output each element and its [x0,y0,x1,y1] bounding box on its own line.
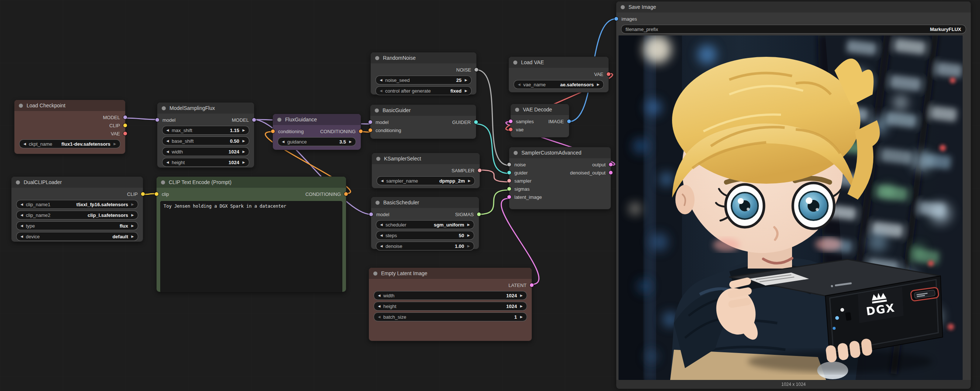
widget-noise-seed[interactable]: ◀ noise_seed 25 ▶ [375,76,471,84]
increment-arrow-icon[interactable]: ▶ [596,81,601,89]
node-header[interactable]: ModelSamplingFlux [157,103,254,114]
decrement-arrow-icon[interactable]: ◀ [22,140,27,148]
collapse-dot-icon[interactable] [513,60,517,65]
decrement-arrow-icon[interactable]: ◀ [379,231,384,239]
output-slot-model[interactable] [252,118,256,122]
decrement-arrow-icon[interactable]: ◀ [19,200,24,208]
decrement-arrow-icon[interactable]: ◀ [379,87,383,95]
widget-max-shift[interactable]: ◀ max_shift 1.15 ▶ [162,126,249,135]
increment-arrow-icon[interactable]: ▶ [112,140,118,148]
prompt-textarea[interactable]: Toy Jensen holding a DGX Spark in a data… [160,201,342,293]
increment-arrow-icon[interactable]: ▶ [241,147,246,156]
decrement-arrow-icon[interactable]: ◀ [379,242,384,250]
node-header[interactable]: Load VAE [509,57,609,68]
input-slot-samples[interactable] [509,120,512,123]
increment-arrow-icon[interactable]: ▶ [519,313,524,321]
increment-arrow-icon[interactable]: ▶ [241,137,246,145]
node-header[interactable]: SamplerCustomAdvanced [509,147,611,158]
input-slot-images[interactable] [614,17,618,21]
decrement-arrow-icon[interactable]: ◀ [165,126,170,134]
output-slot-conditioning[interactable] [344,192,348,196]
output-slot-clip[interactable] [141,192,145,196]
input-slot-vae[interactable] [509,128,512,131]
increment-arrow-icon[interactable]: ▶ [348,138,353,146]
output-slot-sigmas[interactable] [477,212,481,216]
output-slot-latent[interactable] [530,283,534,287]
widget-height[interactable]: ◀ height 1024 ▶ [162,158,249,167]
widget-vae-name[interactable]: ◀ vae_name ae.safetensors ▶ [514,80,604,89]
widget-scheduler[interactable]: ◀ scheduler sgm_uniform ▶ [376,220,474,229]
collapse-dot-icon[interactable] [514,151,518,155]
collapse-dot-icon[interactable] [162,106,166,110]
increment-arrow-icon[interactable]: ▶ [466,231,471,239]
input-slot-guider[interactable] [508,171,511,174]
collapse-dot-icon[interactable] [373,271,377,275]
widget-width[interactable]: ◀ width 1024 ▶ [374,291,527,300]
collapse-dot-icon[interactable] [277,118,282,122]
node-header[interactable]: CLIP Text Encode (Prompt) [157,177,346,188]
increment-arrow-icon[interactable]: ▶ [466,242,471,250]
input-slot-model[interactable] [369,120,372,124]
node-empty-latent-image[interactable]: Empty Latent Image LATENT ◀ width 1024 ▶… [369,268,532,341]
node-dual-clip-loader[interactable]: DualCLIPLoader CLIP ◀ clip_name1 t5xxl_f… [11,176,143,242]
node-header[interactable]: BasicGuider [371,105,476,116]
increment-arrow-icon[interactable]: ▶ [241,158,246,166]
widget-type[interactable]: ◀ type flux ▶ [16,221,138,230]
increment-arrow-icon[interactable]: ▶ [130,200,135,208]
input-slot-model[interactable] [156,118,159,122]
decrement-arrow-icon[interactable]: ◀ [377,313,382,321]
collapse-dot-icon[interactable] [16,180,20,184]
output-slot-conditioning[interactable] [359,130,363,133]
widget-sampler-name[interactable]: ◀ sampler_name dpmpp_2m ▶ [377,176,475,185]
input-slot-sigmas[interactable] [508,187,511,191]
node-header[interactable]: BasicScheduler [371,197,479,208]
increment-arrow-icon[interactable]: ▶ [241,126,246,134]
output-slot-image[interactable] [567,120,571,123]
node-header[interactable]: DualCLIPLoader [11,177,143,188]
increment-arrow-icon[interactable]: ▶ [130,211,135,219]
node-load-checkpoint[interactable]: Load Checkpoint MODEL CLIP VAE ◀ ckpt_na… [14,100,126,154]
increment-arrow-icon[interactable]: ▶ [463,76,469,84]
decrement-arrow-icon[interactable]: ◀ [19,233,24,241]
output-slot-denoised-output[interactable] [609,171,612,174]
decrement-arrow-icon[interactable]: ◀ [379,76,383,84]
collapse-dot-icon[interactable] [621,5,625,9]
input-slot-latent-image[interactable] [508,195,511,199]
collapse-dot-icon[interactable] [19,104,23,108]
output-slot-vae[interactable] [123,132,127,135]
output-slot-guider[interactable] [474,120,478,124]
increment-arrow-icon[interactable]: ▶ [463,87,469,95]
collapse-dot-icon[interactable] [161,180,165,184]
widget-base-shift[interactable]: ◀ base_shift 0.50 ▶ [162,136,249,145]
node-save-image[interactable]: Save Image images filename_prefix Markur… [616,1,971,388]
decrement-arrow-icon[interactable]: ◀ [165,147,170,156]
input-slot-clip[interactable] [155,192,158,196]
widget-denoise[interactable]: ◀ denoise 1.00 ▶ [376,242,474,250]
node-header[interactable]: FluxGuidance [273,114,361,125]
decrement-arrow-icon[interactable]: ◀ [19,211,24,219]
increment-arrow-icon[interactable]: ▶ [467,177,472,185]
increment-arrow-icon[interactable]: ▶ [466,221,471,229]
increment-arrow-icon[interactable]: ▶ [519,291,524,299]
widget-width[interactable]: ◀ width 1024 ▶ [162,147,249,156]
node-basic-scheduler[interactable]: BasicScheduler model SIGMAS ◀ scheduler … [371,196,479,249]
collapse-dot-icon[interactable] [375,108,379,112]
widget-height[interactable]: ◀ height 1024 ▶ [374,302,527,310]
node-model-sampling-flux[interactable]: ModelSamplingFlux model MODEL ◀ max_shif… [157,102,255,168]
collapse-dot-icon[interactable] [515,108,519,112]
input-slot-conditioning[interactable] [369,128,372,132]
widget-device[interactable]: ◀ device default ▶ [16,232,138,241]
node-header[interactable]: Save Image [616,2,971,13]
node-vae-decode[interactable]: VAE Decode samples IMAGE vae [510,104,570,138]
decrement-arrow-icon[interactable]: ◀ [377,302,382,310]
input-slot-model[interactable] [369,212,373,216]
collapse-dot-icon[interactable] [376,157,380,161]
increment-arrow-icon[interactable]: ▶ [130,222,135,230]
node-header[interactable]: RandomNoise [371,52,476,63]
node-flux-guidance[interactable]: FluxGuidance conditioning CONDITIONING ◀… [272,114,361,150]
node-clip-text-encode[interactable]: CLIP Text Encode (Prompt) clip CONDITION… [156,176,346,292]
decrement-arrow-icon[interactable]: ◀ [19,222,24,230]
output-slot-clip[interactable] [123,123,127,127]
widget-clip-name2[interactable]: ◀ clip_name2 clip_l.safetensors ▶ [16,211,138,220]
output-slot-vae[interactable] [607,72,610,76]
